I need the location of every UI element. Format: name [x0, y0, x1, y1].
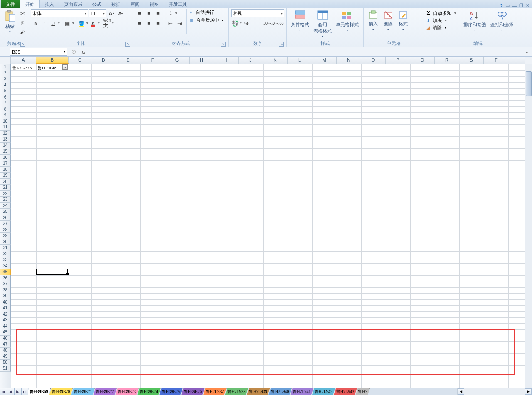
column-header[interactable]: A [11, 57, 36, 64]
last-sheet-button[interactable]: ⏭ [21, 388, 28, 395]
column-header[interactable]: Q [410, 57, 435, 64]
horizontal-scrollbar[interactable]: ◀▶ [457, 388, 532, 395]
sheet-tab[interactable]: 鲁H39B75 [159, 388, 183, 395]
tab-开发工具[interactable]: 开发工具 [164, 0, 192, 8]
dialog-launcher-icon[interactable]: ↘ [221, 42, 226, 47]
first-sheet-button[interactable]: ⏮ [0, 388, 7, 395]
tab-数据[interactable]: 数据 [106, 0, 126, 8]
row-header[interactable]: 40 [0, 299, 11, 306]
border-button[interactable]: ▦ [63, 19, 71, 27]
row-header[interactable]: 49 [0, 353, 11, 360]
expand-formula-icon[interactable]: ⦿ [70, 48, 77, 56]
row-header[interactable]: 45 [0, 329, 11, 336]
row-header[interactable]: 10 [0, 118, 11, 125]
row-header[interactable]: 20 [0, 179, 11, 185]
row-header[interactable]: 16 [0, 155, 11, 161]
sheet-tab[interactable]: 鲁H7L938 [225, 388, 248, 395]
row-header[interactable]: 37 [0, 281, 11, 287]
align-top-button[interactable]: ≡ [135, 9, 144, 17]
row-header[interactable]: 18 [0, 167, 11, 173]
name-box[interactable]: B35▾ [10, 48, 67, 56]
row-header[interactable]: 42 [0, 311, 11, 318]
row-header[interactable]: 9 [0, 112, 11, 118]
row-header[interactable]: 15 [0, 148, 11, 155]
row-header[interactable]: 48 [0, 348, 11, 354]
row-header[interactable]: 47 [0, 341, 11, 348]
accounting-format-button[interactable]: 💱 [231, 19, 239, 27]
format-painter-button[interactable]: 🖌 [18, 27, 27, 36]
increase-font-button[interactable]: A▴ [107, 9, 116, 17]
row-header[interactable]: 3 [0, 76, 11, 82]
row-header[interactable]: 41 [0, 305, 11, 311]
sheet-tab[interactable]: 鲁H39B73 [115, 388, 139, 395]
row-header[interactable]: 17 [0, 160, 11, 167]
row-header[interactable]: 51 [0, 365, 11, 372]
row-header[interactable]: 14 [0, 143, 11, 149]
sheet-tab[interactable]: 鲁H7 [355, 388, 370, 395]
row-header[interactable]: 23 [0, 197, 11, 203]
font-size-combo[interactable]: 11▾ [89, 9, 106, 17]
column-header[interactable]: G [165, 57, 190, 64]
column-header[interactable]: H [190, 57, 214, 64]
delete-cells-button[interactable]: 删除▾ [381, 9, 395, 32]
sheet-tab[interactable]: 鲁H7L937 [203, 388, 227, 395]
row-header[interactable]: 6 [0, 94, 11, 101]
cell[interactable]: 鲁H39B69 [37, 64, 58, 72]
dialog-launcher-icon[interactable]: ↘ [279, 42, 284, 47]
vertical-scrollbar[interactable] [525, 64, 532, 388]
row-header[interactable]: 12 [0, 131, 11, 137]
row-header[interactable]: 38 [0, 287, 11, 294]
column-header[interactable]: J [239, 57, 263, 64]
row-header[interactable]: 4 [0, 82, 11, 89]
tab-file[interactable]: 文件 [1, 0, 20, 8]
bold-button[interactable]: B [31, 19, 39, 27]
column-header[interactable]: N [337, 57, 361, 64]
autosum-button[interactable]: Σ 自动求和 ▾ [426, 10, 456, 17]
row-header[interactable]: 21 [0, 185, 11, 191]
row-header[interactable]: 5 [0, 88, 11, 94]
row-header[interactable]: 36 [0, 275, 11, 281]
font-name-combo[interactable]: 宋体▾ [31, 9, 88, 17]
select-all-corner[interactable] [0, 57, 11, 64]
row-header[interactable]: 44 [0, 323, 11, 330]
increase-indent-button[interactable]: ⇥ [175, 19, 184, 27]
align-bottom-button[interactable]: ≡ [154, 9, 162, 17]
column-header[interactable]: C [69, 57, 91, 64]
row-header[interactable]: 26 [0, 215, 11, 221]
sheet-tab[interactable]: 鲁H7L940 [268, 388, 292, 395]
tab-页面布局[interactable]: 页面布局 [59, 0, 87, 8]
column-header[interactable]: F [140, 57, 165, 64]
comma-button[interactable]: , [252, 19, 260, 27]
decrease-indent-button[interactable]: ⇤ [166, 19, 175, 27]
decrease-font-button[interactable]: A▾ [116, 9, 125, 17]
copy-button[interactable]: ⎘ [18, 18, 27, 27]
row-header[interactable]: 28 [0, 227, 11, 233]
row-header[interactable]: 13 [0, 136, 11, 143]
row-header[interactable]: 32 [0, 251, 11, 257]
row-header[interactable]: 1 [0, 64, 11, 70]
tab-开始[interactable]: 开始 [20, 0, 40, 8]
close-icon[interactable]: ✕ [526, 3, 530, 8]
tab-视图[interactable]: 视图 [145, 0, 164, 8]
insert-cells-button[interactable]: 插入▾ [366, 9, 380, 32]
row-header[interactable]: 35 [0, 269, 11, 275]
expand-bar-icon[interactable]: ⌄ [523, 48, 530, 56]
align-right-button[interactable]: ≡ [154, 19, 162, 27]
row-header[interactable]: 39 [0, 293, 11, 299]
cell-styles-button[interactable]: 单元格样式▾ [334, 9, 360, 33]
row-header[interactable]: 19 [0, 173, 11, 179]
decrease-decimal-button[interactable]: .0→.00 [273, 19, 282, 27]
number-format-combo[interactable]: 常规▾ [231, 9, 284, 17]
row-header[interactable]: 46 [0, 336, 11, 342]
font-color-button[interactable]: A [89, 19, 97, 27]
formula-input[interactable] [90, 48, 520, 56]
column-header[interactable]: B [36, 57, 69, 64]
conditional-format-button[interactable]: 条件格式▾ [289, 9, 311, 33]
row-header[interactable]: 22 [0, 191, 11, 197]
row-header[interactable]: 50 [0, 360, 11, 366]
column-header[interactable]: P [386, 57, 410, 64]
column-header[interactable]: M [312, 57, 337, 64]
column-header[interactable]: L [288, 57, 312, 64]
tab-公式[interactable]: 公式 [87, 0, 106, 8]
active-cell[interactable] [36, 269, 68, 275]
